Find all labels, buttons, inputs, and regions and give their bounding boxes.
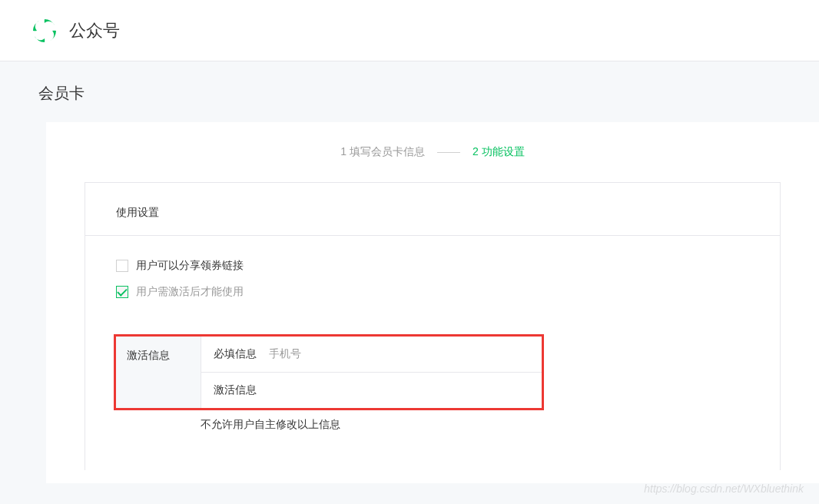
checkbox-share[interactable] [116,260,128,272]
activation-right: 必填信息 手机号 激活信息 [201,337,542,408]
checkbox-label-share: 用户可以分享领券链接 [136,259,244,273]
step-2[interactable]: 2 功能设置 [472,145,525,159]
checkbox-activate[interactable] [116,286,128,298]
watermark: https://blog.csdn.net/WXbluethink [644,482,804,495]
step-divider [437,152,460,153]
note-text: 不允许用户自主修改以上信息 [116,418,780,432]
content-card: 1 填写会员卡信息 2 功能设置 使用设置 用户可以分享领券链接 用户需激活后才… [46,122,819,483]
activation-box: 激活信息 必填信息 手机号 激活信息 [114,334,544,410]
step-1[interactable]: 1 填写会员卡信息 [340,145,425,159]
highlight-wrapper: 激活信息 必填信息 手机号 激活信息 不允许用户自主修改以上信息 [85,334,780,432]
checkbox-label-activate: 用户需激活后才能使用 [136,285,244,299]
panel-title: 使用设置 [85,206,780,236]
activation-required-label: 必填信息 [214,347,257,361]
step-indicator: 1 填写会员卡信息 2 功能设置 [46,138,819,182]
settings-panel: 使用设置 用户可以分享领券链接 用户需激活后才能使用 激活信息 必填信息 手机号 [85,182,781,470]
app-header: 公众号 [0,0,819,61]
activation-info-row[interactable]: 激活信息 [201,373,542,408]
wechat-logo-icon [31,17,58,45]
activation-required-value: 手机号 [269,347,301,361]
activation-required-row[interactable]: 必填信息 手机号 [201,337,542,373]
header-title: 公众号 [69,19,120,42]
activation-info-label: 激活信息 [214,383,257,397]
activation-side-label: 激活信息 [116,337,201,408]
page-title: 会员卡 [0,61,819,122]
checkbox-row-activate: 用户需激活后才能使用 [116,285,780,299]
checkbox-row-share: 用户可以分享领券链接 [116,259,780,273]
checkbox-group: 用户可以分享领券链接 用户需激活后才能使用 [85,236,780,327]
